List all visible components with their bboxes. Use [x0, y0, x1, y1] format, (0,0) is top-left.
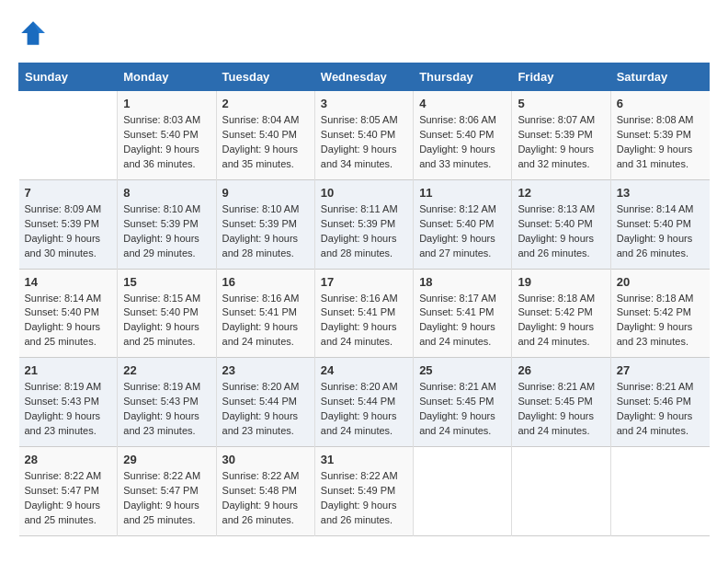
sunset: Sunset: 5:49 PM — [321, 485, 395, 496]
sunrise: Sunrise: 8:07 AM — [518, 114, 595, 125]
week-row-2: 7 Sunrise: 8:09 AM Sunset: 5:39 PM Dayli… — [19, 179, 710, 269]
day-info: Sunrise: 8:18 AM Sunset: 5:42 PM Dayligh… — [518, 292, 604, 350]
sunrise: Sunrise: 8:19 AM — [25, 381, 102, 392]
day-info: Sunrise: 8:21 AM Sunset: 5:46 PM Dayligh… — [617, 380, 704, 439]
sunset: Sunset: 5:39 PM — [222, 218, 297, 229]
sunrise: Sunrise: 8:16 AM — [321, 293, 398, 304]
day-info: Sunrise: 8:22 AM Sunset: 5:48 PM Dayligh… — [222, 469, 309, 528]
sunset: Sunset: 5:42 PM — [617, 306, 691, 317]
daylight: Daylight: 9 hours and 24 minutes. — [321, 410, 397, 436]
daylight: Daylight: 9 hours and 23 minutes. — [25, 410, 101, 436]
day-info: Sunrise: 8:14 AM Sunset: 5:40 PM Dayligh… — [617, 202, 704, 261]
calendar-cell: 9 Sunrise: 8:10 AM Sunset: 5:39 PM Dayli… — [216, 179, 314, 269]
daylight: Daylight: 9 hours and 24 minutes. — [419, 410, 495, 436]
sunset: Sunset: 5:40 PM — [419, 129, 494, 140]
daylight: Daylight: 9 hours and 34 minutes. — [321, 144, 397, 169]
day-number: 2 — [222, 97, 309, 110]
calendar-table: SundayMondayTuesdayWednesdayThursdayFrid… — [18, 63, 710, 536]
sunset: Sunset: 5:40 PM — [123, 129, 198, 140]
daylight: Daylight: 9 hours and 25 minutes. — [123, 321, 199, 347]
day-number: 13 — [617, 186, 704, 200]
sunrise: Sunrise: 8:21 AM — [419, 381, 496, 392]
daylight: Daylight: 9 hours and 27 minutes. — [419, 233, 495, 259]
sunset: Sunset: 5:39 PM — [518, 129, 592, 140]
daylight: Daylight: 9 hours and 26 minutes. — [222, 500, 299, 525]
sunset: Sunset: 5:40 PM — [123, 306, 198, 317]
sunrise: Sunrise: 8:22 AM — [222, 470, 300, 481]
calendar-cell: 13 Sunrise: 8:14 AM Sunset: 5:40 PM Dayl… — [610, 179, 709, 269]
sunset: Sunset: 5:39 PM — [25, 218, 99, 229]
daylight: Daylight: 9 hours and 25 minutes. — [25, 500, 101, 525]
sunrise: Sunrise: 8:10 AM — [222, 203, 300, 214]
day-number: 27 — [617, 363, 704, 377]
daylight: Daylight: 9 hours and 23 minutes. — [222, 410, 299, 436]
day-number: 15 — [123, 275, 210, 289]
day-number: 9 — [222, 186, 309, 200]
daylight: Daylight: 9 hours and 24 minutes. — [419, 321, 495, 347]
weekday-header-tuesday: Tuesday — [216, 63, 314, 91]
sunrise: Sunrise: 8:04 AM — [222, 114, 300, 125]
logo — [18, 18, 53, 48]
weekday-header-monday: Monday — [118, 63, 216, 91]
sunrise: Sunrise: 8:14 AM — [25, 293, 102, 304]
sunset: Sunset: 5:48 PM — [222, 485, 297, 496]
daylight: Daylight: 9 hours and 28 minutes. — [321, 233, 397, 259]
day-number: 5 — [518, 97, 604, 110]
daylight: Daylight: 9 hours and 35 minutes. — [222, 144, 299, 169]
day-info: Sunrise: 8:21 AM Sunset: 5:45 PM Dayligh… — [419, 380, 506, 439]
sunrise: Sunrise: 8:08 AM — [617, 114, 694, 125]
day-info: Sunrise: 8:09 AM Sunset: 5:39 PM Dayligh… — [25, 202, 112, 261]
sunset: Sunset: 5:39 PM — [617, 129, 691, 140]
day-number: 6 — [617, 97, 704, 110]
day-number: 10 — [321, 186, 407, 200]
calendar-cell: 27 Sunrise: 8:21 AM Sunset: 5:46 PM Dayl… — [610, 358, 709, 447]
calendar-cell: 8 Sunrise: 8:10 AM Sunset: 5:39 PM Dayli… — [118, 179, 216, 269]
calendar-cell: 23 Sunrise: 8:20 AM Sunset: 5:44 PM Dayl… — [216, 358, 314, 447]
day-info: Sunrise: 8:14 AM Sunset: 5:40 PM Dayligh… — [25, 292, 112, 350]
day-info: Sunrise: 8:06 AM Sunset: 5:40 PM Dayligh… — [419, 113, 506, 172]
calendar-cell: 25 Sunrise: 8:21 AM Sunset: 5:45 PM Dayl… — [414, 358, 512, 447]
weekday-header-thursday: Thursday — [414, 63, 512, 91]
day-number: 7 — [25, 186, 112, 200]
sunrise: Sunrise: 8:06 AM — [419, 114, 496, 125]
logo-icon — [18, 18, 48, 48]
calendar-cell: 24 Sunrise: 8:20 AM Sunset: 5:44 PM Dayl… — [314, 358, 413, 447]
sunset: Sunset: 5:47 PM — [123, 485, 198, 496]
daylight: Daylight: 9 hours and 26 minutes. — [518, 233, 594, 259]
day-number: 19 — [518, 275, 604, 289]
sunrise: Sunrise: 8:11 AM — [321, 203, 398, 214]
sunset: Sunset: 5:41 PM — [321, 306, 395, 317]
day-info: Sunrise: 8:20 AM Sunset: 5:44 PM Dayligh… — [321, 380, 407, 439]
day-number: 26 — [518, 363, 604, 377]
calendar-cell: 28 Sunrise: 8:22 AM Sunset: 5:47 PM Dayl… — [19, 447, 118, 536]
day-info: Sunrise: 8:22 AM Sunset: 5:47 PM Dayligh… — [123, 469, 210, 528]
week-row-5: 28 Sunrise: 8:22 AM Sunset: 5:47 PM Dayl… — [19, 447, 710, 536]
day-number: 17 — [321, 275, 407, 289]
week-row-4: 21 Sunrise: 8:19 AM Sunset: 5:43 PM Dayl… — [19, 358, 710, 447]
day-info: Sunrise: 8:10 AM Sunset: 5:39 PM Dayligh… — [222, 202, 309, 261]
sunset: Sunset: 5:46 PM — [617, 396, 691, 407]
sunset: Sunset: 5:40 PM — [419, 218, 494, 229]
day-number: 20 — [617, 275, 704, 289]
day-number: 1 — [123, 97, 210, 110]
day-number: 14 — [25, 275, 112, 289]
calendar-cell: 17 Sunrise: 8:16 AM Sunset: 5:41 PM Dayl… — [314, 269, 413, 358]
day-number: 18 — [419, 275, 506, 289]
daylight: Daylight: 9 hours and 25 minutes. — [123, 500, 199, 525]
day-number: 8 — [123, 186, 210, 200]
daylight: Daylight: 9 hours and 30 minutes. — [25, 233, 101, 259]
calendar-cell: 12 Sunrise: 8:13 AM Sunset: 5:40 PM Dayl… — [512, 179, 610, 269]
sunset: Sunset: 5:40 PM — [25, 306, 99, 317]
day-info: Sunrise: 8:08 AM Sunset: 5:39 PM Dayligh… — [617, 113, 704, 172]
weekday-header-saturday: Saturday — [610, 63, 709, 91]
day-info: Sunrise: 8:22 AM Sunset: 5:49 PM Dayligh… — [321, 469, 407, 528]
calendar-cell: 5 Sunrise: 8:07 AM Sunset: 5:39 PM Dayli… — [512, 91, 610, 180]
sunrise: Sunrise: 8:20 AM — [321, 381, 398, 392]
sunrise: Sunrise: 8:17 AM — [419, 293, 496, 304]
sunset: Sunset: 5:43 PM — [25, 396, 99, 407]
day-info: Sunrise: 8:03 AM Sunset: 5:40 PM Dayligh… — [123, 113, 210, 172]
daylight: Daylight: 9 hours and 26 minutes. — [617, 233, 693, 259]
calendar-cell: 2 Sunrise: 8:04 AM Sunset: 5:40 PM Dayli… — [216, 91, 314, 180]
sunrise: Sunrise: 8:20 AM — [222, 381, 300, 392]
daylight: Daylight: 9 hours and 31 minutes. — [617, 144, 693, 169]
